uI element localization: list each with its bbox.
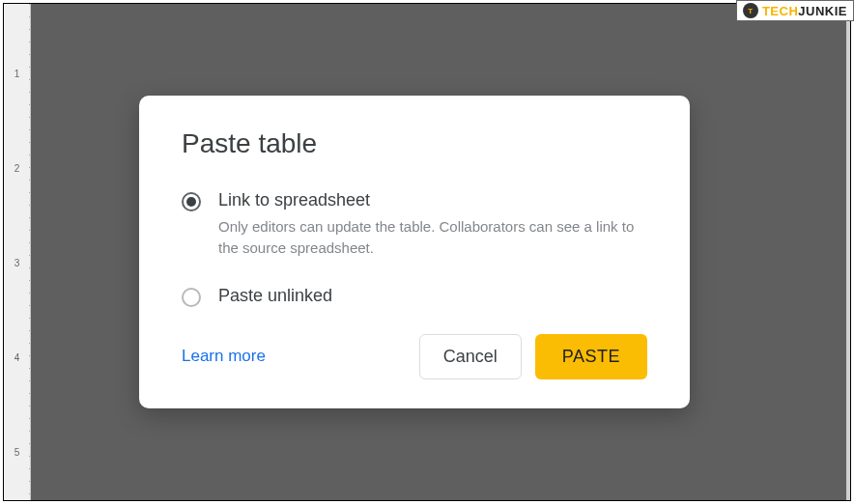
option-link-to-spreadsheet[interactable]: Link to spreadsheet Only editors can upd…: [182, 190, 647, 259]
option-description: Only editors can update the table. Colla…: [218, 216, 647, 259]
option-body: Paste unlinked: [218, 286, 647, 306]
dialog-title: Paste table: [182, 128, 647, 159]
dialog-buttons: Cancel PASTE: [419, 334, 647, 379]
paste-table-dialog: Paste table Link to spreadsheet Only edi…: [139, 96, 690, 408]
option-paste-unlinked[interactable]: Paste unlinked: [182, 286, 647, 307]
watermark-logo-icon: T: [743, 3, 758, 18]
radio-unselected-icon[interactable]: [182, 288, 201, 307]
watermark-text: TECHJUNKIE: [762, 4, 847, 18]
app-frame: 1 2 3 4 5 Paste table Link to spreadshee…: [3, 3, 851, 501]
ruler-mark: 4: [14, 352, 20, 363]
learn-more-link[interactable]: Learn more: [182, 347, 266, 366]
option-body: Link to spreadsheet Only editors can upd…: [218, 190, 647, 259]
dialog-footer: Learn more Cancel PASTE: [182, 334, 647, 379]
ruler-mark: 5: [14, 447, 20, 458]
watermark-badge: T TECHJUNKIE: [736, 0, 854, 21]
option-label: Paste unlinked: [218, 286, 647, 306]
paste-button[interactable]: PASTE: [535, 334, 647, 379]
svg-text:T: T: [748, 7, 753, 15]
cancel-button[interactable]: Cancel: [419, 334, 522, 379]
ruler-mark: 3: [14, 258, 20, 268]
page-edge: [846, 4, 850, 500]
ruler-mark: 2: [14, 163, 20, 174]
ruler-mark: 1: [14, 69, 20, 79]
vertical-ruler: 1 2 3 4 5: [4, 4, 31, 500]
radio-selected-icon[interactable]: [182, 192, 201, 211]
option-label: Link to spreadsheet: [218, 190, 647, 210]
